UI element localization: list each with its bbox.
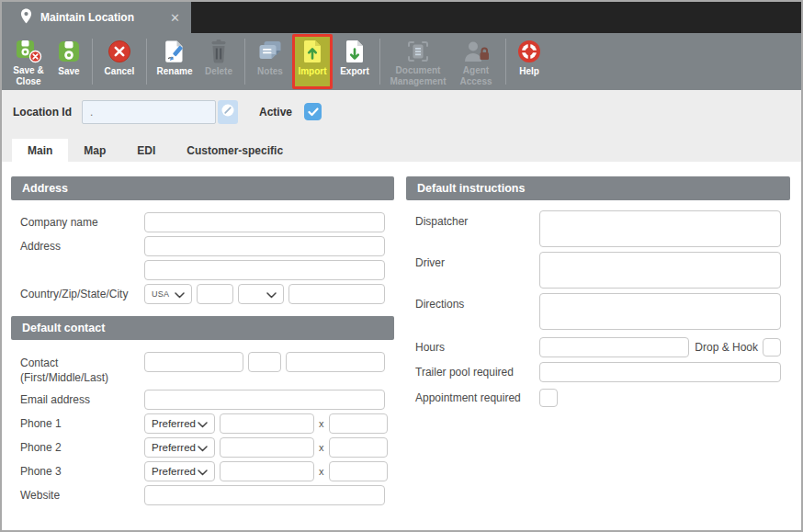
dispatcher-textarea[interactable] (539, 210, 781, 247)
save-close-button[interactable]: Save & Close (7, 36, 50, 87)
phone1-type-select[interactable]: Preferred (144, 413, 215, 434)
tab-customer-specific[interactable]: Customer-specific (171, 139, 299, 162)
document-tab-bar: Maintain Location ✕ (2, 2, 801, 33)
dispatcher-label: Dispatcher (406, 210, 539, 229)
export-button[interactable]: Export (335, 36, 374, 87)
address-label: Address (11, 240, 144, 253)
driver-textarea[interactable] (539, 252, 781, 289)
phone1-number-input[interactable] (220, 413, 314, 434)
chevron-down-icon (175, 286, 185, 302)
hours-input[interactable] (539, 337, 689, 357)
contact-label-line1: Contact (20, 356, 144, 370)
company-name-input[interactable] (144, 212, 385, 232)
drop-hook-checkbox[interactable] (763, 338, 781, 357)
contact-last-input[interactable] (286, 352, 385, 372)
check-icon (308, 104, 319, 120)
contact-first-input[interactable] (144, 352, 243, 372)
city-input[interactable] (288, 284, 385, 304)
notes-button[interactable]: Notes (251, 36, 289, 87)
contact-row: Contact (First/Middle/Last) (11, 352, 394, 385)
company-name-row: Company name (11, 212, 394, 232)
zip-input[interactable] (197, 284, 233, 304)
document-management-label: Document Management (386, 65, 450, 87)
import-label: Import (298, 66, 326, 77)
driver-label: Driver (406, 252, 539, 270)
export-icon (344, 38, 366, 65)
phone3-row: Phone 3 Preferred x (11, 461, 394, 481)
country-zip-state-city-label: Country/Zip/State/City (11, 288, 144, 300)
location-id-row: Location Id Active (2, 90, 801, 133)
notes-label: Notes (257, 66, 283, 77)
address-line2-input[interactable] (144, 260, 385, 280)
phone2-number-input[interactable] (220, 437, 314, 458)
active-checkbox[interactable] (304, 103, 322, 120)
location-id-lookup-button[interactable] (218, 100, 238, 124)
tab-map[interactable]: Map (68, 139, 121, 162)
save-close-label: Save & Close (7, 65, 50, 87)
country-value: USA (152, 289, 169, 299)
address-line1-input[interactable] (144, 236, 385, 256)
directions-row: Directions (406, 293, 790, 330)
email-label: Email address (11, 393, 144, 406)
company-name-label: Company name (11, 216, 144, 229)
appointment-row: Appointment required (406, 389, 790, 407)
close-tab-icon[interactable]: ✕ (170, 12, 180, 24)
directions-label: Directions (406, 293, 539, 311)
import-button[interactable]: Import (292, 34, 333, 89)
help-button[interactable]: Help (512, 36, 547, 87)
chevron-down-icon (198, 463, 208, 480)
trailer-pool-input[interactable] (539, 362, 781, 382)
country-zip-state-city-row: Country/Zip/State/City USA (11, 284, 394, 304)
phone3-type-select[interactable]: Preferred (144, 461, 215, 481)
contact-middle-input[interactable] (248, 352, 281, 372)
document-management-button[interactable]: Document Management (386, 36, 450, 87)
default-contact-section-header: Default contact (11, 316, 394, 340)
rename-button[interactable]: Rename (153, 36, 197, 87)
maintain-location-window: Maintain Location ✕ Save & Close (0, 0, 803, 532)
notes-icon (257, 38, 283, 65)
country-select[interactable]: USA (144, 284, 192, 304)
appointment-label: Appointment required (406, 391, 539, 404)
cancel-button[interactable]: Cancel (98, 36, 141, 87)
hours-label: Hours (406, 341, 539, 354)
location-pin-icon (20, 8, 32, 28)
directions-textarea[interactable] (539, 293, 781, 330)
delete-button[interactable]: Delete (198, 36, 239, 87)
agent-access-icon (462, 38, 490, 64)
import-icon (301, 38, 323, 65)
website-row: Website (11, 485, 394, 505)
phone3-number-input[interactable] (220, 461, 314, 481)
phone2-ext-separator: x (319, 442, 324, 453)
phone3-ext-input[interactable] (329, 461, 388, 481)
lookup-icon (221, 103, 235, 120)
phone2-type-select[interactable]: Preferred (144, 437, 215, 458)
toolbar-separator (379, 39, 380, 85)
agent-access-button[interactable]: Agent Access (452, 36, 500, 87)
tab-main[interactable]: Main (12, 139, 68, 162)
phone2-type-value: Preferred (152, 442, 196, 453)
chevron-down-icon (266, 286, 277, 302)
location-id-input[interactable] (82, 100, 216, 124)
delete-icon (207, 38, 231, 65)
toolbar-separator (146, 39, 147, 85)
main-tab-content: Address Company name Address Country/Zip… (2, 162, 801, 530)
save-button[interactable]: Save (51, 36, 86, 87)
help-icon (516, 38, 542, 65)
window-tab-maintain-location[interactable]: Maintain Location ✕ (2, 2, 191, 33)
appointment-checkbox[interactable] (539, 389, 558, 407)
state-select[interactable] (238, 284, 284, 304)
email-input[interactable] (144, 390, 385, 410)
website-input[interactable] (144, 485, 385, 505)
chevron-down-icon (198, 415, 208, 432)
phone3-type-value: Preferred (152, 466, 196, 477)
tab-edi[interactable]: EDI (121, 139, 171, 162)
phone1-ext-input[interactable] (329, 413, 388, 434)
toolbar-separator (92, 39, 93, 85)
phone3-ext-separator: x (319, 466, 324, 477)
drop-hook-label: Drop & Hook (695, 341, 758, 354)
hours-row: Hours Drop & Hook (406, 337, 790, 357)
location-id-label: Location Id (13, 106, 72, 119)
address-section-header: Address (11, 176, 394, 200)
phone2-ext-input[interactable] (329, 437, 388, 458)
contact-label-line2: (First/Middle/Last) (20, 370, 144, 385)
